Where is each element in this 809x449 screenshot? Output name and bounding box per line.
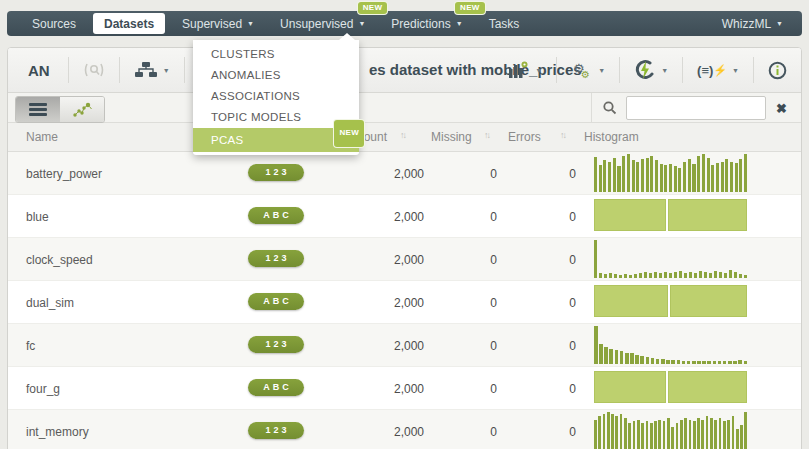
histogram-bar: [702, 154, 705, 192]
nav-supervised[interactable]: Supervised▼: [169, 11, 267, 36]
sort-icon[interactable]: ↑↓: [484, 130, 489, 140]
field-histogram[interactable]: [594, 326, 749, 364]
histogram-bar: [669, 273, 672, 278]
histogram-bar: [640, 356, 644, 364]
field-histogram[interactable]: [594, 199, 749, 231]
field-histogram[interactable]: [594, 412, 749, 449]
histogram-bar: [651, 358, 655, 364]
sort-icon[interactable]: ↑↓: [400, 130, 405, 140]
histogram-bar: [624, 274, 627, 278]
histogram-block: [594, 199, 666, 231]
separator: [682, 57, 683, 83]
histogram-bar: [744, 412, 747, 449]
field-histogram[interactable]: [594, 371, 749, 403]
clear-search-icon[interactable]: ✖: [766, 101, 793, 116]
histogram-bar: [706, 416, 709, 449]
header-errors[interactable]: Errors: [508, 130, 541, 144]
field-count: 2,000: [338, 253, 424, 267]
histogram-bar: [633, 421, 636, 449]
nav-tasks[interactable]: Tasks: [476, 11, 533, 36]
one-click-action-icon[interactable]: ▼: [628, 60, 674, 80]
field-histogram[interactable]: [594, 285, 749, 317]
histogram-bar: [707, 361, 711, 364]
table-row[interactable]: fc1232,00000: [8, 324, 801, 367]
chevron-down-icon: ▼: [456, 20, 463, 27]
histogram-block: [594, 285, 668, 317]
histogram-bar: [727, 420, 730, 449]
histogram-bar: [678, 168, 681, 192]
field-histogram[interactable]: [594, 240, 749, 278]
nav-unsupervised[interactable]: Unsupervised▼NEW: [267, 11, 378, 36]
histogram-bar: [723, 421, 726, 449]
histogram-bar: [684, 273, 687, 278]
histogram-bar: [630, 353, 634, 364]
histogram-bar: [608, 162, 611, 192]
field-missing: 0: [428, 425, 497, 439]
tree-flow-icon[interactable]: ▼: [128, 61, 176, 79]
histogram-bar: [669, 164, 672, 192]
tab-scatterplot-view[interactable]: [60, 97, 104, 122]
chart-options-icon[interactable]: ▼: [502, 60, 548, 80]
header-name[interactable]: Name: [26, 130, 58, 144]
field-name: four_g: [26, 382, 60, 396]
histogram-bar: [714, 271, 717, 278]
table-row[interactable]: four_gABC2,00000: [8, 367, 801, 410]
field-missing: 0: [428, 210, 497, 224]
table-row[interactable]: clock_speed1232,00000: [8, 238, 801, 281]
menu-item-clusters[interactable]: CLUSTERS: [193, 44, 359, 65]
page: Sources Datasets Supervised▼ Unsupervise…: [0, 0, 809, 449]
histogram-bar: [625, 353, 629, 364]
field-count: 2,000: [338, 296, 424, 310]
chevron-down-icon: ▼: [247, 20, 254, 27]
field-type-badge: ABC: [248, 293, 304, 310]
view-subbar: ✖: [8, 93, 801, 123]
histogram-bar: [614, 274, 617, 278]
histogram-bar: [650, 156, 653, 192]
search-input[interactable]: [626, 96, 766, 120]
histogram-bar: [714, 420, 717, 449]
sort-icon[interactable]: ↑↓: [560, 130, 565, 140]
tab-list-view[interactable]: [16, 97, 60, 122]
histogram-bar: [644, 272, 647, 278]
info-icon[interactable]: [762, 61, 793, 80]
menu-item-associations[interactable]: ASSOCIATIONS: [193, 86, 359, 107]
histogram-bar: [615, 416, 618, 449]
histogram-bar: [680, 420, 683, 449]
nav-sources-label: Sources: [32, 17, 76, 31]
table-row[interactable]: blueABC2,00000: [8, 195, 801, 238]
menu-item-anomalies[interactable]: ANOMALIES: [193, 65, 359, 86]
table-row[interactable]: int_memory1232,00000: [8, 410, 801, 449]
nav-sources[interactable]: Sources: [19, 11, 89, 36]
histogram-bar: [594, 240, 597, 278]
field-count: 2,000: [338, 425, 424, 439]
table-row[interactable]: dual_simABC2,00000: [8, 281, 801, 324]
sonar-search-icon[interactable]: [77, 61, 111, 79]
histogram-bar: [599, 344, 603, 364]
histogram-block: [668, 371, 747, 403]
search-area: ✖: [591, 93, 793, 123]
histogram-block: [594, 371, 666, 403]
field-missing: 0: [428, 339, 497, 353]
histogram-bar: [639, 273, 642, 278]
histogram-bar: [636, 162, 639, 192]
field-histogram[interactable]: [594, 154, 749, 192]
histogram-bar: [599, 165, 602, 192]
table-row[interactable]: battery_power1232,00000: [8, 152, 801, 195]
nav-whizzml[interactable]: WhizzML▼: [709, 11, 796, 36]
field-count: 2,000: [338, 167, 424, 181]
svg-text:⚙: ⚙: [581, 69, 590, 80]
histogram-bar: [599, 273, 602, 278]
nav-predictions[interactable]: Predictions▼NEW: [378, 11, 475, 36]
field-type-badge: ABC: [248, 207, 304, 224]
nav-datasets[interactable]: Datasets: [93, 13, 165, 34]
field-missing: 0: [428, 167, 497, 181]
histogram-bar: [604, 347, 608, 364]
field-name: battery_power: [26, 167, 102, 181]
header-missing[interactable]: Missing: [431, 130, 472, 144]
configure-icon[interactable]: ⚙⚙ ▼: [565, 60, 611, 80]
scriptify-icon[interactable]: (≡)⚡ ▼: [691, 63, 745, 78]
separator: [184, 57, 185, 83]
field-name: dual_sim: [26, 296, 74, 310]
menu-item-pcas[interactable]: PCAS NEW: [193, 128, 359, 152]
list-icon: [29, 101, 47, 118]
